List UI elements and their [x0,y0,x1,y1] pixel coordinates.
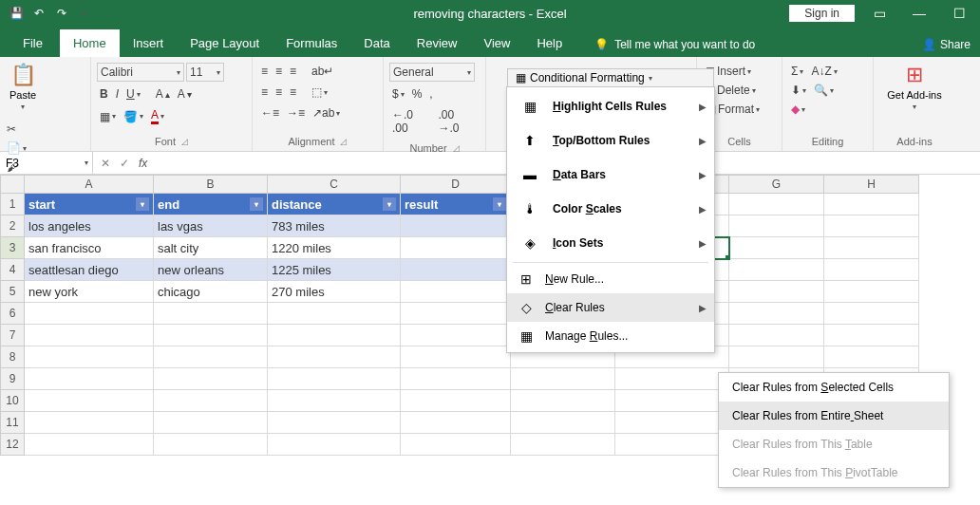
cell[interactable]: end▾ [154,194,268,215]
cancel-formula-icon[interactable]: ✕ [101,157,110,170]
cf-menu-item[interactable]: ▦Manage Rules... [507,322,714,350]
select-all-corner[interactable] [0,175,25,194]
column-header[interactable]: G [729,175,824,194]
grow-font-button[interactable]: A▴ [153,85,173,103]
orientation-button[interactable]: ↗ab▾ [310,104,343,122]
cell[interactable] [154,412,268,434]
align-right-button[interactable]: ≡ [287,84,299,101]
cell[interactable] [615,412,729,434]
tab-help[interactable]: Help [523,29,575,57]
cell[interactable] [25,434,154,456]
cell[interactable] [511,368,615,390]
conditional-formatting-button[interactable]: ▦ Conditional Formatting ▾ [507,68,714,86]
cell[interactable] [154,390,268,412]
accounting-format-button[interactable]: $ ▾ [389,85,407,103]
cell[interactable] [401,281,511,303]
align-left-button[interactable]: ≡ [258,84,271,101]
cell[interactable]: seattlesan diego [25,259,154,281]
autosum-button[interactable]: Σ▾ [788,63,806,80]
filter-dropdown-icon[interactable]: ▾ [383,197,396,211]
cf-menu-item[interactable]: ⊞New Rule... [507,265,714,293]
cell[interactable]: salt city [154,237,268,259]
tab-page-layout[interactable]: Page Layout [177,29,273,57]
row-header[interactable]: 12 [0,434,25,456]
cell[interactable]: distance▾ [268,194,401,215]
filter-dropdown-icon[interactable]: ▾ [493,197,506,211]
cell[interactable]: 1220 miles [268,237,401,259]
percent-format-button[interactable]: % [409,85,425,103]
font-color-button[interactable]: A▾ [148,106,167,126]
cell[interactable]: los angeles [25,215,154,237]
cell[interactable] [401,390,511,412]
cell[interactable] [729,303,824,325]
column-header[interactable]: A [25,175,154,194]
cell[interactable] [824,259,919,281]
cell[interactable] [25,390,154,412]
cell[interactable] [25,412,154,434]
cell[interactable] [154,434,268,456]
comma-format-button[interactable]: , [426,85,435,103]
undo-icon[interactable]: ↶ [30,5,47,22]
cell[interactable] [729,237,824,259]
cell[interactable] [401,259,511,281]
minimize-icon[interactable]: — [904,2,934,25]
cell[interactable] [268,325,401,346]
number-format-select[interactable]: General▾ [389,63,475,82]
filter-dropdown-icon[interactable]: ▾ [250,197,263,211]
align-center-button[interactable]: ≡ [273,84,285,101]
find-select-button[interactable]: 🔍▾ [811,82,837,99]
clear-button[interactable]: ◆▾ [788,101,808,118]
fill-button[interactable]: ⬇▾ [788,82,809,99]
borders-button[interactable]: ▦▾ [97,108,119,125]
cell[interactable] [25,325,154,346]
cell[interactable] [268,346,401,368]
decrease-indent-button[interactable]: ←≡ [258,104,282,122]
merge-center-button[interactable]: ⬚▾ [309,84,330,101]
sign-in-button[interactable]: Sign in [789,5,855,22]
cell[interactable] [615,368,729,390]
font-name-select[interactable]: Calibri▾ [97,63,184,82]
cell[interactable] [268,412,401,434]
bold-button[interactable]: B [97,85,111,103]
cf-menu-item[interactable]: ◈Icon Sets▶ [507,226,714,260]
cell[interactable] [615,390,729,412]
cell[interactable] [615,434,729,456]
cell[interactable] [401,412,511,434]
column-header[interactable]: B [154,175,268,194]
italic-button[interactable]: I [113,85,122,103]
cell[interactable] [729,281,824,303]
row-header[interactable]: 3 [0,237,25,259]
cell[interactable] [154,303,268,325]
cut-button[interactable]: ✂ [4,121,29,138]
tab-data[interactable]: Data [350,29,403,57]
tab-formulas[interactable]: Formulas [273,29,350,57]
tab-home[interactable]: Home [60,29,120,57]
tab-insert[interactable]: Insert [120,29,178,57]
cell[interactable] [824,237,919,259]
cell[interactable] [824,281,919,303]
cell[interactable] [511,412,615,434]
cell[interactable]: 1225 miles [268,259,401,281]
cell[interactable] [401,368,511,390]
cell[interactable]: start▾ [25,194,154,215]
filter-dropdown-icon[interactable]: ▾ [136,197,149,211]
cell[interactable]: result▾ [401,194,511,215]
dialog-launcher-icon[interactable]: ◿ [181,137,188,146]
cell[interactable]: san francisco [25,237,154,259]
cell[interactable] [729,194,824,215]
column-header[interactable]: C [268,175,401,194]
cell[interactable] [401,434,511,456]
cell[interactable] [25,303,154,325]
tab-file[interactable]: File [6,29,60,57]
cell[interactable] [154,346,268,368]
font-size-select[interactable]: 11▾ [186,63,224,82]
wrap-text-button[interactable]: ab↵ [309,63,336,80]
ribbon-display-icon[interactable]: ▭ [864,2,895,25]
dialog-launcher-icon[interactable]: ◿ [453,143,460,153]
row-header[interactable]: 5 [0,281,25,303]
cell[interactable]: 270 miles [268,281,401,303]
row-header[interactable]: 1 [0,194,25,215]
cell[interactable] [511,390,615,412]
align-bottom-button[interactable]: ≡ [287,63,299,80]
row-header[interactable]: 9 [0,368,25,390]
